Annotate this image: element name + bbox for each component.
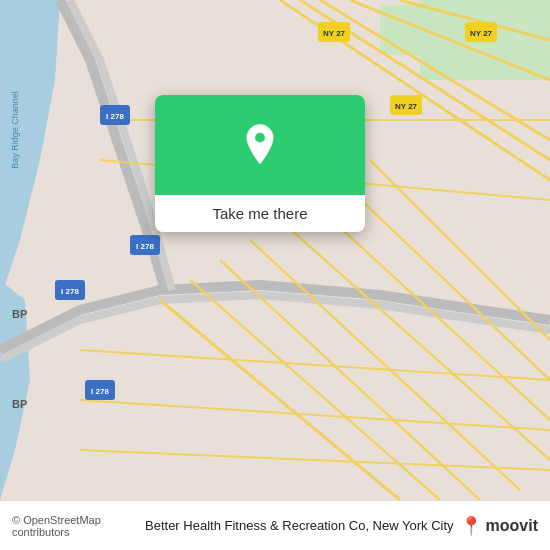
- map-background: I 278 I 278 I 278 I 278 NY 27 NY 27 NY 2…: [0, 0, 550, 500]
- svg-point-38: [255, 133, 265, 143]
- place-name: Better Health Fitness & Recreation Co, N…: [145, 518, 454, 533]
- svg-text:Bay Ridge Channel: Bay Ridge Channel: [10, 91, 20, 169]
- svg-text:BP: BP: [12, 398, 27, 410]
- svg-text:I 278: I 278: [61, 287, 79, 296]
- svg-rect-2: [380, 5, 440, 55]
- svg-text:NY 27: NY 27: [323, 29, 346, 38]
- location-popup[interactable]: Take me there: [155, 95, 365, 232]
- moovit-brand-text: moovit: [486, 517, 538, 535]
- osm-attribution: © OpenStreetMap contributors: [12, 514, 139, 538]
- svg-text:I 278: I 278: [106, 112, 124, 121]
- bottom-bar: © OpenStreetMap contributors Better Heal…: [0, 500, 550, 550]
- popup-green-header: [155, 95, 365, 195]
- svg-text:NY 27: NY 27: [470, 29, 493, 38]
- take-me-there-button[interactable]: Take me there: [155, 195, 365, 232]
- location-pin-icon: [238, 123, 282, 167]
- svg-text:I 278: I 278: [136, 242, 154, 251]
- map-container: I 278 I 278 I 278 I 278 NY 27 NY 27 NY 2…: [0, 0, 550, 500]
- svg-text:NY 27: NY 27: [395, 102, 418, 111]
- svg-text:BP: BP: [12, 308, 27, 320]
- moovit-pin-icon: 📍: [460, 515, 482, 537]
- svg-text:I 278: I 278: [91, 387, 109, 396]
- moovit-logo: 📍 moovit: [460, 515, 538, 537]
